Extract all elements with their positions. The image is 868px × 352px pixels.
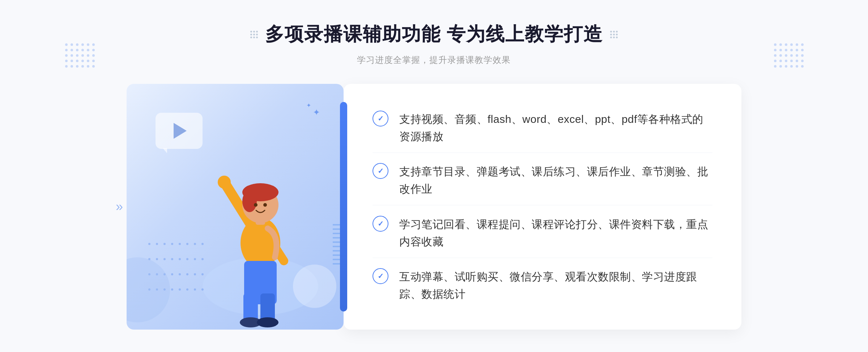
check-circle-4: ✓ (373, 268, 388, 284)
decorative-dots-right (774, 43, 803, 72)
check-circle-3: ✓ (373, 216, 388, 232)
page-title: 多项录播课辅助功能 专为线上教学打造 (265, 22, 603, 47)
feature-item-3: ✓ 学习笔记回看、课程提问、课程评论打分、课件资料下载，重点内容收藏 (373, 209, 712, 258)
sparkle-icon-2: ✦ (313, 107, 320, 117)
check-icon-2: ✓ (378, 167, 384, 175)
left-chevrons: » (116, 200, 123, 213)
svg-point-3 (218, 176, 231, 189)
chevron-right-icon: » (116, 200, 123, 213)
title-row: 多项录播课辅助功能 专为线上教学打造 (250, 22, 618, 47)
check-circle-1: ✓ (373, 111, 388, 126)
main-content: » ✦ ✦ (127, 84, 741, 330)
feature-text-1: 支持视频、音频、flash、word、excel、ppt、pdf等各种格式的资源… (399, 111, 712, 145)
sparkle-icon-1: ✦ (306, 102, 311, 109)
play-bubble-shape (156, 113, 203, 149)
decorative-dots-left (65, 43, 94, 72)
svg-point-9 (257, 317, 278, 327)
check-icon-3: ✓ (378, 219, 384, 228)
deco-circle-1 (293, 265, 336, 308)
left-deco-dots-icon (250, 31, 258, 38)
check-icon-4: ✓ (378, 272, 384, 280)
play-bubble (156, 113, 203, 153)
blue-accent-bar (340, 102, 347, 312)
svg-point-13 (242, 190, 257, 212)
feature-text-4: 互动弹幕、试听购买、微信分享、观看次数限制、学习进度跟踪、数据统计 (399, 268, 712, 303)
page-container: 多项录播课辅助功能 专为线上教学打造 学习进度全掌握，提升录播课教学效果 » ✦… (0, 0, 868, 352)
feature-text-3: 学习笔记回看、课程提问、课程评论打分、课件资料下载，重点内容收藏 (399, 216, 712, 250)
header-section: 多项录播课辅助功能 专为线上教学打造 学习进度全掌握，提升录播课教学效果 (250, 0, 618, 66)
feature-item-1: ✓ 支持视频、音频、flash、word、excel、ppt、pdf等各种格式的… (373, 103, 712, 153)
check-icon-1: ✓ (378, 114, 384, 123)
page-subtitle: 学习进度全掌握，提升录播课教学效果 (250, 54, 618, 66)
content-panel: ✓ 支持视频、音频、flash、word、excel、ppt、pdf等各种格式的… (344, 84, 741, 330)
feature-text-2: 支持章节目录、弹题考试、课后练习、课后作业、章节测验、批改作业 (399, 163, 712, 198)
svg-point-15 (263, 203, 267, 207)
svg-point-14 (254, 203, 258, 207)
right-deco-dots-icon (610, 31, 618, 38)
illustration-card: ✦ ✦ (127, 84, 344, 330)
feature-item-2: ✓ 支持章节目录、弹题考试、课后练习、课后作业、章节测验、批改作业 (373, 156, 712, 205)
illustration-inner: ✦ ✦ (127, 84, 344, 330)
check-circle-2: ✓ (373, 163, 388, 179)
feature-item-4: ✓ 互动弹幕、试听购买、微信分享、观看次数限制、学习进度跟踪、数据统计 (373, 261, 712, 310)
play-triangle-icon (174, 123, 187, 139)
